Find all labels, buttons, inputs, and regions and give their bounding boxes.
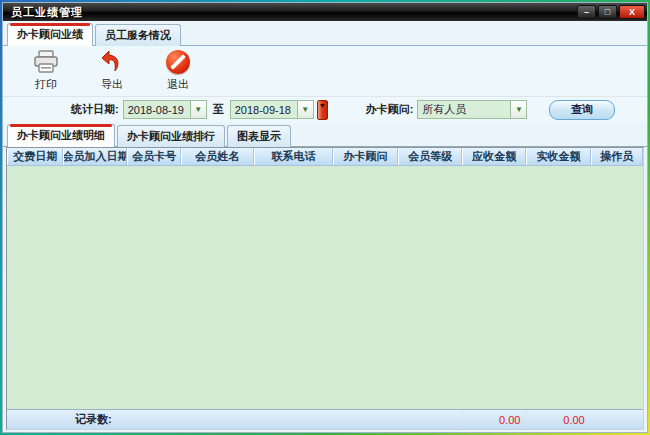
sub-tab-bar: 办卡顾问业绩明细 办卡顾问业绩排行 图表显示 [3, 122, 647, 147]
date-from-value: 2018-08-19 [124, 104, 190, 116]
chevron-down-icon[interactable]: ▼ [510, 101, 526, 118]
status-bar: 记录数: 0.00 0.00 [7, 409, 643, 429]
col-contact-phone[interactable]: 联系电话 [254, 148, 333, 165]
col-receivable-amount[interactable]: 应收金额 [462, 148, 526, 165]
export-button[interactable]: 导出 [83, 48, 141, 92]
minimize-button[interactable]: – [577, 5, 596, 19]
window: 员工业绩管理 – □ X 办卡顾问业绩 员工服务情况 [2, 2, 648, 433]
col-card-consultant[interactable]: 办卡顾问 [333, 148, 398, 165]
date-to-value: 2018-09-18 [231, 104, 297, 116]
received-total-value: 0.00 [526, 410, 590, 429]
receivable-total-value: 0.00 [462, 410, 526, 429]
export-label: 导出 [101, 77, 123, 92]
main-tab-bar: 办卡顾问业绩 员工服务情况 [3, 21, 647, 46]
date-spinner-button[interactable]: ▼ [317, 100, 328, 120]
print-button[interactable]: 打印 [17, 48, 75, 92]
tab-card-consultant-performance[interactable]: 办卡顾问业绩 [7, 23, 93, 46]
date-range-label: 统计日期: [71, 102, 119, 117]
printer-icon [32, 49, 60, 75]
close-button[interactable]: X [619, 5, 645, 19]
col-received-amount[interactable]: 实收金额 [526, 148, 590, 165]
filter-bar: 统计日期: 2018-08-19 ▼ 至 2018-09-18 ▼ ▼ 办卡顾问… [3, 96, 647, 122]
consultant-value: 所有人员 [418, 102, 510, 117]
table-header-row: 交费日期 会员加入日期 会员卡号 会员姓名 联系电话 办卡顾问 会员等级 应收金… [7, 148, 643, 166]
records-count-label: 记录数: [7, 410, 128, 429]
maximize-button[interactable]: □ [598, 5, 617, 19]
to-label: 至 [213, 102, 224, 117]
date-from-combobox[interactable]: 2018-08-19 ▼ [123, 100, 207, 119]
col-member-name[interactable]: 会员姓名 [181, 148, 254, 165]
chevron-down-icon[interactable]: ▼ [190, 101, 206, 118]
col-payment-date[interactable]: 交费日期 [7, 148, 63, 165]
subtab-performance-ranking[interactable]: 办卡顾问业绩排行 [117, 125, 225, 147]
query-button[interactable]: 查询 [549, 100, 615, 120]
title-bar: 员工业绩管理 – □ X [3, 3, 647, 21]
window-frame: 员工业绩管理 – □ X 办卡顾问业绩 员工服务情况 [0, 0, 650, 435]
col-member-join-date[interactable]: 会员加入日期 [63, 148, 127, 165]
exit-button[interactable]: 退出 [149, 48, 207, 92]
results-table: 交费日期 会员加入日期 会员卡号 会员姓名 联系电话 办卡顾问 会员等级 应收金… [6, 147, 644, 430]
consultant-label: 办卡顾问: [366, 102, 414, 117]
chevron-down-icon[interactable]: ▼ [297, 101, 313, 118]
subtab-performance-detail[interactable]: 办卡顾问业绩明细 [7, 124, 115, 147]
window-title: 员工业绩管理 [11, 5, 83, 20]
toolbar: 打印 导出 退出 [3, 46, 647, 96]
export-arrow-icon [98, 49, 126, 75]
subtab-chart-display[interactable]: 图表显示 [227, 125, 291, 147]
consultant-combobox[interactable]: 所有人员 ▼ [417, 100, 527, 119]
exit-icon [164, 49, 192, 75]
col-operator[interactable]: 操作员 [591, 148, 643, 165]
col-member-level[interactable]: 会员等级 [398, 148, 462, 165]
col-member-card-no[interactable]: 会员卡号 [127, 148, 180, 165]
date-to-combobox[interactable]: 2018-09-18 ▼ [230, 100, 314, 119]
window-controls: – □ X [577, 5, 645, 19]
table-body-empty[interactable] [7, 166, 643, 409]
exit-label: 退出 [167, 77, 189, 92]
tab-employee-service[interactable]: 员工服务情况 [95, 24, 181, 46]
print-label: 打印 [35, 77, 57, 92]
